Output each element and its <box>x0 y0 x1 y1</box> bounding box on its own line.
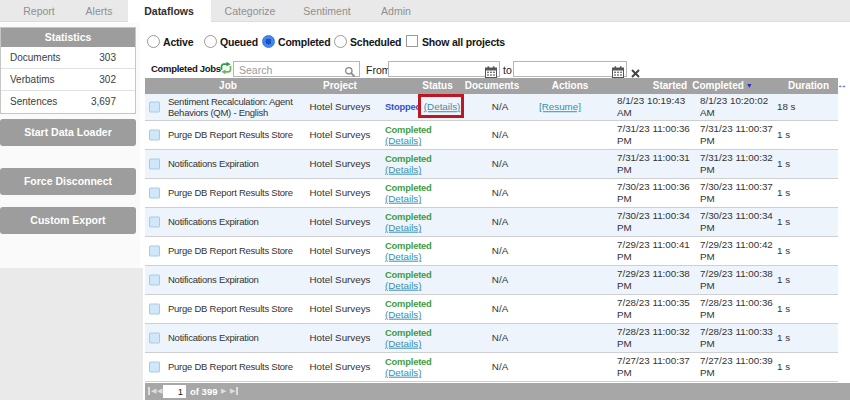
column-header-documents[interactable]: Documents <box>462 78 522 94</box>
completed-cell: 7/30/23 11:00:37 PM <box>700 181 776 204</box>
table-row: Purge DB Report Results StoreHotel Surve… <box>145 295 838 324</box>
radio-queued[interactable] <box>204 35 217 48</box>
documents-cell: N/A <box>465 361 535 373</box>
documents-cell: N/A <box>465 303 535 315</box>
column-header-completed[interactable]: Completed▼ <box>690 78 755 94</box>
resize-columns-icon[interactable]: ↔ <box>837 79 847 90</box>
duration-cell: 1 s <box>777 274 837 286</box>
details-link[interactable]: (Details) <box>385 367 421 378</box>
details-link[interactable]: (Details) <box>385 193 421 204</box>
refresh-icon[interactable] <box>219 61 233 79</box>
completed-cell: 7/28/23 11:00:36 PM <box>700 297 776 320</box>
status-text: Completed <box>385 269 475 280</box>
page-number-input[interactable]: 1 <box>163 385 186 398</box>
completed-cell: 7/28/23 11:00:33 PM <box>700 326 776 349</box>
table-row: Sentiment Recalculation: Agent Behaviors… <box>145 94 838 121</box>
page-count-label: of 399 <box>190 386 217 397</box>
duration-cell: 1 s <box>777 361 837 373</box>
next-page-button[interactable]: ▶ <box>221 387 226 395</box>
row-checkbox[interactable] <box>149 362 160 373</box>
job-name: Notifications Expiration <box>168 274 308 285</box>
radio-label-queued: Queued <box>220 36 258 48</box>
column-header-duration[interactable]: Duration <box>781 78 836 94</box>
job-name: Purge DB Report Results Store <box>168 245 308 256</box>
tab-admin[interactable]: Admin <box>381 5 411 17</box>
tab-alerts[interactable]: Alerts <box>86 5 113 17</box>
details-link[interactable]: (Details) <box>385 222 421 233</box>
started-cell: 7/29/23 11:00:41 PM <box>617 239 693 262</box>
custom-export-button[interactable]: Custom Export <box>0 207 136 234</box>
documents-cell: N/A <box>465 216 535 228</box>
status-cell: Completed(Details) <box>385 211 475 234</box>
radio-scheduled[interactable] <box>334 35 347 48</box>
column-header-job[interactable]: Job <box>145 78 311 94</box>
top-tab-bar: ReportAlertsDataflowsCategorizeSentiment… <box>0 0 850 22</box>
status-text: Completed <box>385 153 475 164</box>
duration-cell: 1 s <box>777 216 837 228</box>
row-checkbox[interactable] <box>149 275 160 286</box>
project-name: Hotel Surveys <box>295 187 385 199</box>
last-page-button[interactable]: ▶ <box>230 387 238 395</box>
started-cell: 7/31/23 11:00:36 PM <box>617 123 693 146</box>
table-row: Notifications ExpirationHotel SurveysCom… <box>145 324 838 353</box>
stat-value: 303 <box>99 52 116 63</box>
column-header-actions[interactable]: Actions <box>540 78 600 94</box>
tab-report[interactable]: Report <box>23 5 55 17</box>
column-header-project[interactable]: Project <box>295 78 385 94</box>
status-cell: Completed(Details) <box>385 298 475 321</box>
project-name: Hotel Surveys <box>295 361 385 373</box>
first-page-button[interactable]: ◀ <box>148 387 156 395</box>
start-data-loader-button[interactable]: Start Data Loader <box>0 119 136 146</box>
completed-cell: 7/31/23 11:00:37 PM <box>700 123 776 146</box>
details-link[interactable]: (Details) <box>385 280 421 291</box>
job-name: Notifications Expiration <box>168 332 308 343</box>
table-row: Notifications ExpirationHotel SurveysCom… <box>145 150 838 179</box>
started-cell: 7/30/23 11:00:36 PM <box>617 181 693 204</box>
documents-cell: N/A <box>465 129 535 141</box>
details-link[interactable]: (Details) <box>385 164 421 175</box>
completed-cell: 7/31/23 11:00:32 PM <box>700 152 776 175</box>
row-checkbox[interactable] <box>149 217 160 228</box>
radio-label-active: Active <box>163 36 193 48</box>
status-cell: Completed(Details) <box>385 182 475 205</box>
row-checkbox[interactable] <box>149 333 160 344</box>
completed-cell: 7/29/23 11:00:38 PM <box>700 268 776 291</box>
radio-active[interactable] <box>147 35 160 48</box>
job-name: Purge DB Report Results Store <box>168 129 308 140</box>
row-checkbox[interactable] <box>149 130 160 141</box>
details-link[interactable]: (Details) <box>385 338 421 349</box>
row-checkbox[interactable] <box>149 304 160 315</box>
documents-cell: N/A <box>465 274 535 286</box>
documents-cell: N/A <box>465 187 535 199</box>
stat-row-documents: Documents303 <box>1 47 135 69</box>
status-text: Stopped <box>385 101 421 112</box>
job-name: Purge DB Report Results Store <box>168 303 308 314</box>
details-link[interactable]: (Details) <box>385 309 421 320</box>
row-checkbox[interactable] <box>149 188 160 199</box>
search-input[interactable]: Search <box>233 61 360 77</box>
previous-page-button[interactable]: ◀ <box>157 387 162 395</box>
duration-cell: 1 s <box>777 245 837 257</box>
tab-categorize[interactable]: Categorize <box>225 5 276 17</box>
force-disconnect-button[interactable]: Force Disconnect <box>0 168 136 195</box>
project-name: Hotel Surveys <box>295 245 385 257</box>
details-link[interactable]: (Details) <box>385 135 421 146</box>
from-date-input[interactable] <box>388 61 500 77</box>
status-text: Completed <box>385 124 475 135</box>
row-checkbox[interactable] <box>149 159 160 170</box>
table-row: Purge DB Report Results StoreHotel Surve… <box>145 353 838 382</box>
sort-desc-icon[interactable]: ▼ <box>746 78 753 94</box>
status-text: Completed <box>385 356 475 367</box>
row-checkbox[interactable] <box>149 102 160 113</box>
show-all-projects-checkbox[interactable] <box>406 35 418 47</box>
tab-dataflows[interactable]: Dataflows <box>144 5 194 17</box>
actions-cell: [Resume] <box>530 101 590 113</box>
details-link[interactable]: (Details) <box>385 251 421 262</box>
duration-cell: 18 s <box>777 101 837 113</box>
project-name: Hotel Surveys <box>295 158 385 170</box>
tab-sentiment[interactable]: Sentiment <box>303 5 350 17</box>
to-date-input[interactable] <box>513 61 627 77</box>
row-checkbox[interactable] <box>149 246 160 257</box>
resume-link[interactable]: [Resume] <box>539 101 581 112</box>
radio-completed[interactable] <box>262 35 275 48</box>
